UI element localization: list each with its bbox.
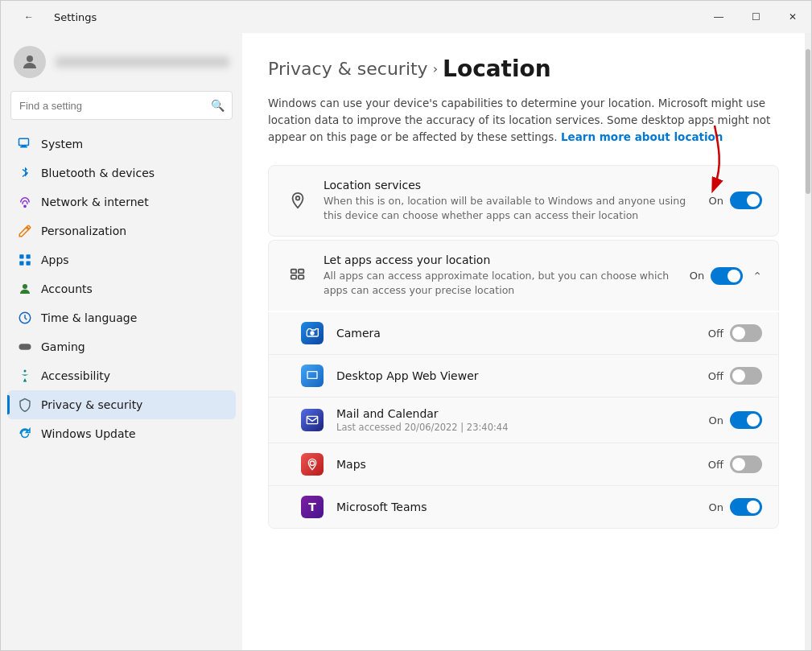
- svg-point-9: [23, 284, 27, 289]
- svg-rect-19: [291, 269, 296, 273]
- page-description: Windows can use your device's capabiliti…: [268, 95, 779, 146]
- sidebar-label-update: Windows Update: [41, 427, 136, 440]
- svg-rect-25: [307, 417, 317, 424]
- location-services-card: Location services When this is on, locat…: [268, 165, 779, 237]
- personalization-icon: [17, 223, 33, 239]
- sidebar-label-system: System: [41, 138, 83, 150]
- desktop-viewer-toggle[interactable]: [730, 367, 762, 385]
- sidebar-item-time[interactable]: Time & language: [7, 303, 236, 332]
- nav-items: System Bluetooth & devices Network & int…: [1, 130, 242, 448]
- mail-icon: [301, 409, 324, 431]
- teams-state: On: [709, 501, 723, 513]
- app-teams: T Microsoft Teams On: [269, 486, 778, 528]
- desktop-viewer-icon: [301, 365, 324, 387]
- svg-rect-6: [27, 254, 31, 258]
- content-area: 🔍 System Bluetooth & devices: [1, 33, 811, 650]
- breadcrumb-arrow: ›: [433, 61, 438, 76]
- desktop-viewer-state: Off: [708, 370, 723, 382]
- sidebar-label-personalization: Personalization: [41, 225, 126, 237]
- let-apps-desc: All apps can access approximate location…: [324, 269, 677, 298]
- sidebar-item-accounts[interactable]: Accounts: [7, 274, 236, 303]
- apps-icon: [17, 252, 33, 268]
- svg-point-15: [28, 347, 30, 348]
- titlebar-left: ← Settings: [10, 1, 97, 33]
- learn-more-link[interactable]: Learn more about location: [561, 130, 723, 143]
- svg-rect-2: [22, 146, 27, 147]
- camera-toggle[interactable]: [730, 324, 762, 342]
- sidebar-label-apps: Apps: [41, 253, 69, 266]
- sidebar-label-time: Time & language: [41, 311, 137, 324]
- sidebar: 🔍 System Bluetooth & devices: [1, 33, 242, 650]
- app-maps: Maps Off: [269, 443, 778, 486]
- app-camera: Camera Off: [269, 312, 778, 355]
- breadcrumb-parent[interactable]: Privacy & security: [268, 59, 428, 79]
- svg-point-14: [27, 346, 28, 348]
- teams-name: Microsoft Teams: [336, 501, 696, 513]
- settings-window: ← Settings — ☐ ✕: [0, 0, 812, 651]
- location-services-title: Location services: [324, 179, 696, 192]
- let-apps-control: On ⌃: [690, 267, 762, 285]
- accounts-icon: [17, 281, 33, 297]
- window-title: Settings: [54, 11, 97, 23]
- accessibility-icon: [17, 368, 33, 384]
- mail-name: Mail and Calendar: [336, 407, 696, 420]
- maximize-button[interactable]: ☐: [737, 1, 774, 33]
- breadcrumb-current: Location: [443, 56, 551, 82]
- svg-rect-22: [299, 275, 303, 279]
- svg-point-23: [310, 332, 314, 336]
- titlebar: ← Settings — ☐ ✕: [1, 1, 811, 33]
- svg-rect-13: [22, 346, 23, 348]
- gaming-icon: [17, 339, 33, 355]
- mail-state: On: [709, 414, 723, 426]
- sidebar-label-privacy: Privacy & security: [41, 398, 142, 411]
- svg-rect-24: [307, 372, 317, 379]
- close-button[interactable]: ✕: [774, 1, 811, 33]
- back-button[interactable]: ←: [10, 1, 47, 33]
- location-services-toggle[interactable]: [730, 192, 762, 209]
- time-icon: [17, 310, 33, 326]
- svg-point-17: [296, 196, 300, 200]
- sidebar-item-system[interactable]: System: [7, 130, 236, 159]
- location-services-state: On: [709, 195, 723, 207]
- scrollbar-thumb[interactable]: [806, 49, 810, 194]
- maps-icon: [301, 453, 324, 476]
- network-icon: [17, 194, 33, 210]
- sidebar-item-privacy[interactable]: Privacy & security: [7, 390, 236, 419]
- let-apps-toggle[interactable]: [711, 267, 743, 285]
- let-apps-state: On: [690, 270, 704, 282]
- teams-toggle[interactable]: [730, 498, 762, 516]
- camera-icon: [301, 322, 324, 344]
- minimize-button[interactable]: —: [700, 1, 737, 33]
- sidebar-label-network: Network & internet: [41, 196, 149, 208]
- search-icon: 🔍: [211, 99, 225, 112]
- svg-rect-5: [19, 254, 23, 258]
- maps-toggle[interactable]: [730, 455, 762, 473]
- sidebar-item-apps[interactable]: Apps: [7, 245, 236, 274]
- search-input[interactable]: [10, 91, 233, 120]
- sidebar-item-gaming[interactable]: Gaming: [7, 332, 236, 361]
- svg-rect-7: [19, 262, 23, 266]
- sidebar-item-network[interactable]: Network & internet: [7, 187, 236, 216]
- sidebar-item-personalization[interactable]: Personalization: [7, 216, 236, 245]
- camera-control: Off: [708, 324, 762, 342]
- sidebar-item-accessibility[interactable]: Accessibility: [7, 361, 236, 390]
- sidebar-item-update[interactable]: Windows Update: [7, 419, 236, 448]
- search-box: 🔍: [10, 91, 233, 120]
- mail-control: On: [709, 411, 762, 429]
- sidebar-item-bluetooth[interactable]: Bluetooth & devices: [7, 159, 236, 187]
- scrollbar[interactable]: [805, 33, 811, 650]
- svg-rect-3: [20, 146, 27, 148]
- svg-rect-21: [299, 269, 303, 273]
- location-services-desc: When this is on, location will be availa…: [324, 194, 696, 223]
- app-list: Camera Off: [268, 312, 779, 529]
- mail-toggle[interactable]: [730, 411, 762, 429]
- mail-meta: Last accessed 20/06/2022 | 23:40:44: [336, 422, 696, 433]
- location-services-icon: [285, 187, 311, 213]
- username-blurred: [56, 56, 229, 68]
- expand-chevron[interactable]: ⌃: [752, 270, 762, 282]
- teams-control: On: [709, 498, 762, 516]
- bluetooth-icon: [17, 165, 33, 181]
- app-desktop-viewer: Desktop App Web Viewer Off: [269, 355, 778, 398]
- window-controls: — ☐ ✕: [700, 1, 811, 33]
- svg-rect-1: [19, 138, 29, 145]
